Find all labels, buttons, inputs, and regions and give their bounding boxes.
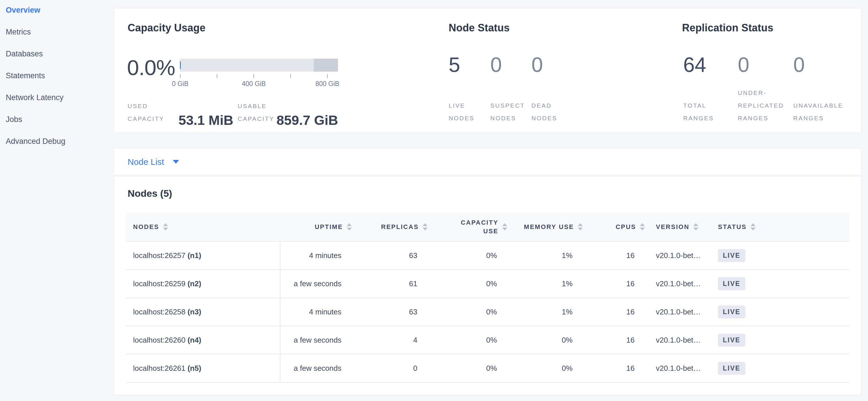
dead-nodes-label: DEAD NODES <box>531 99 575 124</box>
unavailable-ranges-value: 0 <box>793 54 851 75</box>
stat-under-replicated-ranges: 0 UNDER-REPLICATED RANGES <box>738 54 789 133</box>
status-cell: LIVE <box>708 326 849 354</box>
column-label: NODES <box>133 223 159 231</box>
status-badge: LIVE <box>718 249 745 262</box>
table-header-row: NODES UPTIME REPLICAS CAPACITY USE MEMOR… <box>126 212 849 241</box>
table-row[interactable]: localhost:26259 (n2) a few seconds 61 0%… <box>126 269 849 298</box>
node-id: (n2) <box>187 279 201 288</box>
replicas-cell: 61 <box>353 269 429 298</box>
column-header-version[interactable]: VERSION <box>646 212 708 241</box>
node-id: (n3) <box>187 308 201 316</box>
cpus-cell: 16 <box>584 298 646 326</box>
replicas-cell: 0 <box>353 354 429 382</box>
column-label: STATUS <box>718 223 747 231</box>
status-cell: LIVE <box>708 298 849 326</box>
uptime-cell: a few seconds <box>280 354 353 382</box>
capacity-percent: 0.0% <box>127 55 175 80</box>
live-nodes-value: 5 <box>449 54 488 75</box>
node-address-cell[interactable]: localhost:26261 (n5) <box>126 354 280 382</box>
version-cell: v20.1.0-bet… <box>646 298 708 326</box>
replication-status-title: Replication Status <box>682 22 773 34</box>
unavailable-ranges-label: UNAVAILABLE RANGES <box>793 99 851 124</box>
sidebar-item-statements[interactable]: Statements <box>6 71 114 81</box>
stat-suspect-nodes: 0 SUSPECT NODES <box>490 54 530 133</box>
status-cell: LIVE <box>708 354 849 382</box>
table-row[interactable]: localhost:26257 (n1) 4 minutes 63 0% 1% … <box>126 241 849 269</box>
sidebar-item-advanced-debug[interactable]: Advanced Debug <box>6 136 114 146</box>
axis-label-800gib: 800 GiB <box>307 80 347 88</box>
status-badge: LIVE <box>718 334 745 347</box>
sidebar-item-metrics[interactable]: Metrics <box>6 27 114 37</box>
node-address: localhost:26257 <box>133 251 185 260</box>
sidebar-item-network-latency[interactable]: Network Latency <box>6 93 114 103</box>
column-header-status[interactable]: STATUS <box>708 212 849 241</box>
sort-icon <box>502 223 507 230</box>
total-ranges-value: 64 <box>683 54 726 75</box>
memory-use-cell: 1% <box>508 269 584 298</box>
column-header-capacity-use[interactable]: CAPACITY USE <box>429 212 508 241</box>
stat-live-nodes: 5 LIVE NODES <box>449 54 488 133</box>
capacity-use-cell: 0% <box>429 326 508 354</box>
nodes-table: NODES UPTIME REPLICAS CAPACITY USE MEMOR… <box>126 212 849 382</box>
cpus-cell: 16 <box>584 326 646 354</box>
column-label: CPUS <box>616 223 636 231</box>
replicas-cell: 63 <box>353 241 429 269</box>
sidebar-item-jobs[interactable]: Jobs <box>6 114 114 124</box>
column-header-uptime[interactable]: UPTIME <box>280 212 353 241</box>
cpus-cell: 16 <box>584 354 646 382</box>
memory-use-cell: 1% <box>508 241 584 269</box>
cluster-summary-card: Capacity Usage Node Status Replication S… <box>114 8 862 133</box>
usable-capacity-label: USABLE CAPACITY <box>238 100 277 125</box>
node-id: (n4) <box>187 336 201 344</box>
capacity-use-cell: 0% <box>429 298 508 326</box>
column-header-nodes[interactable]: NODES <box>126 212 280 241</box>
capacity-use-cell: 0% <box>429 354 508 382</box>
nodes-count-heading: Nodes (5) <box>128 188 172 199</box>
node-address-cell[interactable]: localhost:26259 (n2) <box>126 269 280 298</box>
node-id: (n1) <box>187 251 201 260</box>
version-cell: v20.1.0-bet… <box>646 354 708 382</box>
capacity-axis-ticks <box>180 74 338 78</box>
node-address: localhost:26259 <box>133 279 185 288</box>
sidebar-item-overview[interactable]: Overview <box>6 5 114 15</box>
column-header-cpus[interactable]: CPUS <box>584 212 646 241</box>
node-list-bar: Node List <box>114 148 862 175</box>
uptime-cell: 4 minutes <box>280 298 353 326</box>
sort-icon <box>640 223 645 230</box>
capacity-usage-title: Capacity Usage <box>128 22 206 34</box>
node-address: localhost:26260 <box>133 336 185 344</box>
cpus-cell: 16 <box>584 241 646 269</box>
node-address: localhost:26258 <box>133 308 185 316</box>
suspect-nodes-label: SUSPECT NODES <box>490 99 530 124</box>
node-list-dropdown-label: Node List <box>128 157 164 167</box>
sort-icon <box>750 223 755 230</box>
version-cell: v20.1.0-bet… <box>646 241 708 269</box>
column-header-replicas[interactable]: REPLICAS <box>353 212 429 241</box>
sort-icon <box>163 223 168 230</box>
overview-page: Overview Metrics Databases Statements Ne… <box>0 0 868 401</box>
replicas-cell: 4 <box>353 326 429 354</box>
node-address-cell[interactable]: localhost:26257 (n1) <box>126 241 280 269</box>
suspect-nodes-value: 0 <box>490 54 530 75</box>
status-cell: LIVE <box>708 241 849 269</box>
node-list-dropdown[interactable]: Node List <box>128 148 179 175</box>
cpus-cell: 16 <box>584 269 646 298</box>
column-header-memory-use[interactable]: MEMORY USE <box>508 212 584 241</box>
sidebar-item-databases[interactable]: Databases <box>6 49 114 59</box>
node-id: (n5) <box>187 364 201 373</box>
memory-use-cell: 0% <box>508 326 584 354</box>
node-address-cell[interactable]: localhost:26260 (n4) <box>126 326 280 354</box>
column-label: VERSION <box>656 223 689 231</box>
table-row[interactable]: localhost:26258 (n3) 4 minutes 63 0% 1% … <box>126 298 849 326</box>
live-nodes-label: LIVE NODES <box>449 99 488 124</box>
chevron-down-icon <box>173 160 179 164</box>
sort-icon <box>423 223 428 230</box>
table-row[interactable]: localhost:26261 (n5) a few seconds 0 0% … <box>126 354 849 382</box>
capacity-used-marker <box>180 62 181 69</box>
node-address: localhost:26261 <box>133 364 185 373</box>
node-address-cell[interactable]: localhost:26258 (n3) <box>126 298 280 326</box>
column-label: MEMORY USE <box>524 223 574 231</box>
sort-icon <box>693 223 699 230</box>
status-badge: LIVE <box>718 306 745 318</box>
table-row[interactable]: localhost:26260 (n4) a few seconds 4 0% … <box>126 326 849 354</box>
